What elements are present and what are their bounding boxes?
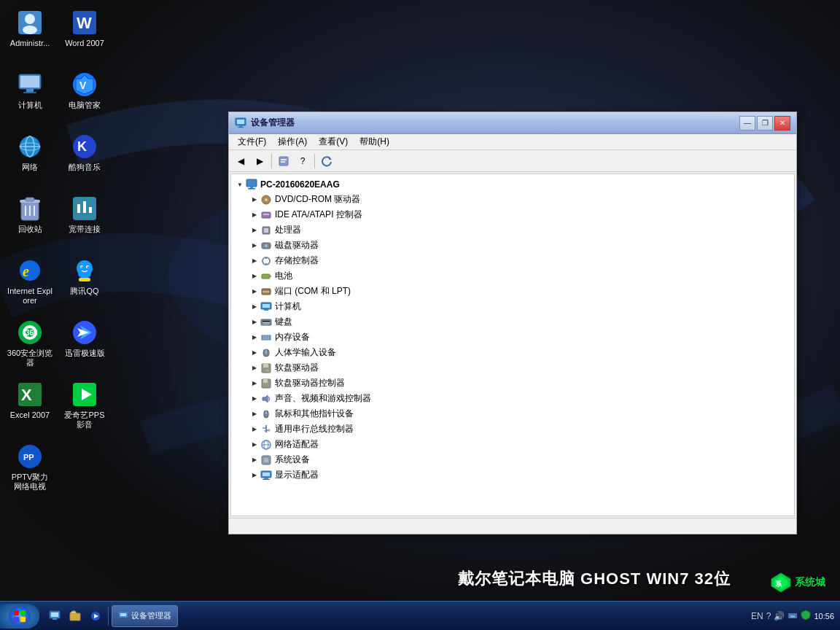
svg-text:V: V [79, 79, 87, 91]
tree-item-floppy[interactable]: ▶ 软盘驱动器 [234, 360, 791, 376]
svg-point-62 [265, 198, 268, 201]
tray-network[interactable] [788, 610, 798, 622]
tree-item-disk[interactable]: ▶ 磁盘驱动器 [234, 238, 791, 253]
icon-word2007[interactable]: W Word 2007 [58, 4, 111, 66]
svg-rect-114 [262, 479, 270, 480]
tree-item-memory[interactable]: ▶ 内存设备 [234, 330, 791, 345]
device-tree[interactable]: ▼ PC-20160620EAAG ▶ [230, 174, 795, 516]
icon-network[interactable]: 网络 [4, 128, 56, 190]
usb-label: 通用串行总线控制器 [275, 423, 354, 435]
icon-recycle[interactable]: 回收站 [4, 190, 56, 252]
svg-rect-25 [77, 204, 80, 213]
svg-rect-7 [20, 76, 39, 88]
forward-button[interactable]: ▶ [251, 152, 268, 170]
svg-rect-63 [262, 212, 271, 218]
dianjue-label: 电脑管家 [69, 101, 101, 110]
excel-label: Excel 2007 [10, 411, 50, 420]
ide-label: IDE ATA/ATAPI 控制器 [275, 209, 362, 221]
icon-ie[interactable]: e Internet Explorer [4, 252, 56, 314]
show-desktop-btn[interactable] [45, 607, 64, 626]
svg-point-75 [263, 290, 265, 292]
administrator-label: Administr... [10, 39, 50, 48]
xunlei-icon [70, 318, 99, 347]
memory-label: 内存设备 [275, 331, 310, 343]
svg-rect-129 [120, 613, 126, 616]
tree-item-keyboard[interactable]: ▶ 键盘 [234, 314, 791, 330]
restore-button[interactable]: ❐ [757, 116, 773, 131]
icon-kuwo[interactable]: K 酷狗音乐 [58, 128, 111, 190]
menu-file[interactable]: 文件(F) [232, 134, 272, 149]
svg-text:W: W [77, 14, 92, 32]
media-btn[interactable] [86, 607, 105, 626]
icon-broadband[interactable]: 宽带连接 [58, 190, 111, 252]
menu-help[interactable]: 帮助(H) [354, 134, 395, 149]
tray-volume[interactable]: 🔊 [774, 611, 785, 621]
icon-administrator[interactable]: Administr... [4, 4, 56, 66]
svg-rect-72 [262, 274, 270, 279]
back-button[interactable]: ◀ [232, 152, 249, 170]
icon-pptv[interactable]: PP PPTV聚力 网络电视 [4, 438, 56, 499]
network-icon [15, 132, 44, 161]
taskbar-device-manager[interactable]: 设备管理器 [112, 605, 178, 627]
tree-item-computer[interactable]: ▶ 计算机 [234, 299, 791, 314]
svg-rect-112 [262, 472, 270, 476]
system-tray: EN ? 🔊 10:56 [745, 610, 840, 622]
tray-shield[interactable] [801, 610, 811, 622]
tree-item-ide[interactable]: ▶ IDE ATA/ATAPI 控制器 [234, 207, 791, 222]
icon-360[interactable]: 360 360安全浏览器 [4, 314, 56, 376]
tree-item-floppy-ctrl[interactable]: ▶ 软盘驱动器控制器 [234, 376, 791, 391]
tree-item-hid[interactable]: ▶ 人体学输入设备 [234, 345, 791, 360]
icon-aiqiyi[interactable]: 爱奇艺PPS影音 [58, 376, 111, 438]
svg-rect-58 [246, 179, 257, 187]
svg-point-105 [268, 429, 271, 431]
icon-qq[interactable]: 腾讯QQ [58, 252, 111, 314]
root-label: PC-20160620EAAG [260, 179, 340, 190]
tree-item-sysdev[interactable]: ▶ 系统设备 [234, 452, 791, 467]
tree-root-item[interactable]: ▼ PC-20160620EAAG [234, 177, 791, 192]
svg-rect-59 [250, 187, 253, 188]
tree-item-netadapter[interactable]: ▶ 网络适配器 [234, 437, 791, 452]
menu-action[interactable]: 操作(A) [272, 134, 313, 149]
pptv-label: PPTV聚力 网络电视 [7, 472, 53, 491]
tree-item-cpu[interactable]: ▶ 处理器 [234, 222, 791, 238]
tree-item-audio[interactable]: ▶ 声音、视频和游戏控制器 [234, 391, 791, 406]
tree-item-dvd[interactable]: ▶ DVD/CD-ROM 驱动器 [234, 192, 791, 207]
window-controls: — ❐ ✕ [739, 116, 790, 131]
hid-label: 人体学输入设备 [275, 346, 336, 359]
svg-rect-93 [263, 364, 268, 368]
watermark: 系 系统城 [770, 572, 825, 594]
icon-xunlei[interactable]: 迅雷极速版 [58, 314, 111, 376]
tray-lang[interactable]: EN [751, 611, 763, 621]
tree-item-battery[interactable]: ▶ 电池 [234, 268, 791, 284]
expand-icon[interactable]: ▼ [234, 179, 246, 190]
tray-question[interactable]: ? [766, 611, 771, 621]
watermark-text: 系统城 [795, 576, 825, 589]
explorer-btn[interactable] [66, 607, 85, 626]
icon-dianjue[interactable]: V 电脑管家 [58, 66, 111, 128]
menu-view[interactable]: 查看(V) [313, 134, 354, 149]
minimize-button[interactable]: — [739, 116, 755, 131]
start-button[interactable] [0, 604, 39, 629]
properties-button[interactable] [275, 152, 292, 170]
battery-label: 电池 [275, 270, 292, 282]
svg-marker-57 [329, 157, 332, 160]
svg-rect-121 [20, 617, 26, 622]
svg-rect-54 [279, 157, 288, 166]
status-bar [229, 518, 796, 534]
tree-item-storage[interactable]: ▶ 存储控制器 [234, 253, 791, 268]
icon-computer[interactable]: 计算机 [4, 66, 56, 128]
help-button[interactable]: ? [294, 152, 311, 170]
svg-rect-51 [237, 120, 244, 124]
icon-excel[interactable]: X Excel 2007 [4, 376, 56, 438]
tree-item-port[interactable]: ▶ 端口 (COM 和 LPT) [234, 284, 791, 299]
refresh-button[interactable] [318, 152, 335, 170]
tree-item-mouse[interactable]: ▶ 鼠标和其他指针设备 [234, 406, 791, 421]
tree-item-display[interactable]: ▶ 显示适配器 [234, 467, 791, 483]
toolbar: ◀ ▶ ? [229, 150, 796, 172]
360-label: 360安全浏览器 [7, 349, 53, 368]
svg-point-35 [88, 267, 89, 268]
kuwo-label: 酷狗音乐 [69, 163, 101, 172]
tree-item-usb[interactable]: ▶ 通用串行总线控制器 [234, 421, 791, 437]
close-button[interactable]: ✕ [774, 116, 790, 131]
device-manager-window: 设备管理器 — ❐ ✕ 文件(F) 操作(A) 查看(V) 帮助(H) ◀ ▶ … [228, 112, 797, 534]
